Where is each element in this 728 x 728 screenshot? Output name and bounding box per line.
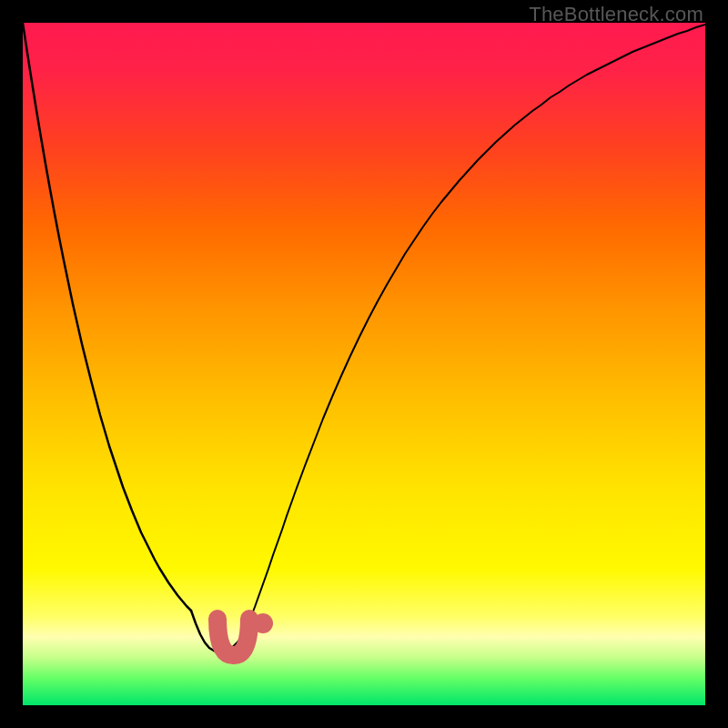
bottleneck-curve-plot [23,23,705,705]
watermark-label: TheBottleneck.com [529,3,703,26]
curve-right-branch [246,25,705,630]
trough-blob [217,619,249,655]
dot-right [253,613,273,633]
curve-left-branch [23,23,191,611]
